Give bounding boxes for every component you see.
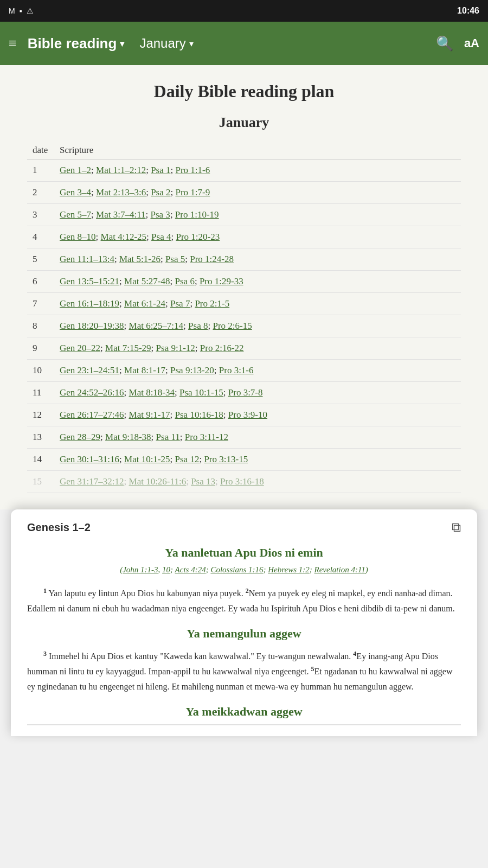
bible-reading-dropdown[interactable]: Bible reading ▾: [28, 35, 125, 52]
scripture-header: Scripture: [54, 142, 461, 159]
scripture-link[interactable]: Psa 4: [151, 232, 171, 242]
day-number: 6: [27, 271, 54, 293]
menu-icon[interactable]: ≡: [9, 35, 17, 52]
date-header: date: [27, 142, 54, 159]
scripture-link[interactable]: Mat 9:18-38: [105, 432, 151, 442]
scripture-link[interactable]: Pro 3:1-6: [219, 365, 254, 375]
scripture-link[interactable]: Pro 1:29-33: [200, 276, 243, 286]
ref-col[interactable]: Colossians 1:16: [210, 565, 263, 574]
scripture-link[interactable]: Psa 9:1-12: [156, 343, 195, 353]
scripture-link[interactable]: Mat 5:27-48: [124, 276, 170, 286]
mail-icon: M: [9, 7, 15, 15]
scripture-link[interactable]: Pro 1:10-19: [175, 209, 219, 220]
table-row: 13Gen 28–29; Mat 9:18-38; Psa 11; Pro 3:…: [27, 426, 461, 449]
day-number: 5: [27, 248, 54, 271]
scripture-link[interactable]: Gen 28–29: [60, 432, 100, 442]
scripture-link[interactable]: Pro 1:1-6: [176, 165, 210, 175]
external-link-icon[interactable]: ⧉: [452, 520, 461, 535]
scripture-link[interactable]: Gen 5–7: [60, 209, 91, 220]
day-number: 7: [27, 293, 54, 315]
scripture-link[interactable]: Psa 12: [175, 454, 200, 464]
table-row: 12Gen 26:17–27:46; Mat 9:1-17; Psa 10:16…: [27, 404, 461, 426]
scripture-link[interactable]: Psa 5: [165, 254, 185, 264]
scripture-link[interactable]: Pro 3:11-12: [185, 432, 228, 442]
scripture-link[interactable]: Mat 9:1-17: [129, 410, 170, 420]
scripture-link[interactable]: Mat 10:1-25: [124, 454, 170, 464]
scripture-link[interactable]: Gen 23:1–24:51: [60, 365, 119, 375]
scripture-link[interactable]: Gen 31:17–32:12: [60, 476, 124, 487]
scripture-link[interactable]: Psa 10:16-18: [175, 410, 223, 420]
title-dropdown-icon: ▾: [120, 39, 124, 49]
day-number: 1: [27, 159, 54, 182]
month-dropdown[interactable]: January ▾: [139, 36, 193, 51]
scripture-link[interactable]: Gen 20–22: [60, 343, 100, 353]
scripture-refs: Gen 18:20–19:38; Mat 6:25–7:14; Psa 8; P…: [54, 315, 461, 337]
day-number: 13: [27, 426, 54, 449]
scripture-link[interactable]: Mat 2:13–3:6: [96, 187, 146, 197]
scripture-refs: Gen 23:1–24:51; Mat 8:1-17; Psa 9:13-20;…: [54, 360, 461, 382]
ref-heb[interactable]: Hebrews 1:2: [268, 565, 310, 574]
scripture-link[interactable]: Gen 26:17–27:46: [60, 410, 124, 420]
month-label: January: [139, 36, 185, 51]
verse1-2-text: 1 Yan laputu ey lintun Apu Dios hu kabun…: [27, 585, 461, 616]
scripture-link[interactable]: Psa 2: [151, 187, 170, 197]
scripture-link[interactable]: Mat 7:15-29: [105, 343, 151, 353]
scripture-link[interactable]: Pro 1:20-23: [176, 232, 220, 242]
section2-title: Ya nemangulun aggew: [27, 627, 461, 641]
scripture-link[interactable]: Psa 11: [156, 432, 180, 442]
scripture-link[interactable]: Pro 3:9-10: [228, 410, 267, 420]
verse3-5-text: 3 Immehel hi Apu Dios et kantuy "Kaweda …: [27, 648, 461, 694]
scripture-refs: Gen 30:1–31:16; Mat 10:1-25; Psa 12; Pro…: [54, 449, 461, 471]
scripture-link[interactable]: Mat 8:1-17: [124, 365, 165, 375]
scripture-link[interactable]: Gen 18:20–19:38: [60, 321, 124, 331]
scripture-link[interactable]: Psa 3: [151, 209, 170, 220]
scripture-link[interactable]: Pro 1:24-28: [190, 254, 234, 264]
scripture-link[interactable]: Mat 10:26-11:6: [129, 476, 187, 487]
scripture-link[interactable]: Mat 1:1–2:12: [96, 165, 146, 175]
scripture-link[interactable]: Psa 7: [170, 298, 190, 309]
search-icon[interactable]: 🔍: [436, 35, 453, 52]
scripture-link[interactable]: Psa 6: [175, 276, 195, 286]
ref-acts[interactable]: Acts 4:24: [175, 565, 206, 574]
status-time: 10:46: [457, 6, 479, 16]
table-row: 6Gen 13:5–15:21; Mat 5:27-48; Psa 6; Pro…: [27, 271, 461, 293]
scripture-link[interactable]: Gen 3–4: [60, 187, 91, 197]
scripture-link[interactable]: Gen 13:5–15:21: [60, 276, 119, 286]
day-number: 3: [27, 204, 54, 226]
app-bar: ≡ Bible reading ▾ January ▾ 🔍 aA: [0, 22, 488, 65]
scripture-link[interactable]: Pro 3:16-18: [220, 476, 264, 487]
scripture-link[interactable]: Gen 8–10: [60, 232, 96, 242]
scripture-link[interactable]: Pro 3:13-15: [204, 454, 248, 464]
scripture-link[interactable]: Gen 24:52–26:16: [60, 387, 124, 398]
scripture-link[interactable]: Psa 13: [191, 476, 215, 487]
scripture-link[interactable]: Gen 11:1–13:4: [60, 254, 114, 264]
scripture-link[interactable]: Pro 2:16-22: [200, 343, 244, 353]
scripture-link[interactable]: Pro 2:1-5: [195, 298, 229, 309]
font-size-icon[interactable]: aA: [464, 36, 479, 50]
ref-rev[interactable]: Revelation 4:11: [314, 565, 365, 574]
scripture-link[interactable]: Psa 9:13-20: [170, 365, 214, 375]
scripture-link[interactable]: Mat 5:1-26: [119, 254, 160, 264]
scripture-link[interactable]: Psa 10:1-15: [179, 387, 223, 398]
main-content: Daily Bible reading plan January date Sc…: [0, 65, 488, 509]
scripture-link[interactable]: Mat 6:1-24: [124, 298, 165, 309]
ref-john[interactable]: John 1:1-3: [123, 565, 158, 574]
month-dropdown-icon: ▾: [189, 39, 194, 49]
image-icon: ▪: [20, 7, 22, 15]
scripture-link[interactable]: Mat 6:25–7:14: [129, 321, 184, 331]
popup-panel: Genesis 1–2 ⧉ Ya nanletuan Apu Dios ni e…: [11, 509, 477, 736]
scripture-refs: Gen 11:1–13:4; Mat 5:1-26; Psa 5; Pro 1:…: [54, 248, 461, 271]
scripture-link[interactable]: Psa 1: [151, 165, 170, 175]
scripture-link[interactable]: Mat 3:7–4:11: [96, 209, 145, 220]
scripture-link[interactable]: Gen 1–2: [60, 165, 91, 175]
ref-john10[interactable]: 10: [162, 565, 170, 574]
scripture-link[interactable]: Pro 1:7-9: [176, 187, 210, 197]
day-number: 2: [27, 182, 54, 204]
scripture-link[interactable]: Psa 8: [188, 321, 208, 331]
scripture-link[interactable]: Gen 30:1–31:16: [60, 454, 119, 464]
scripture-link[interactable]: Gen 16:1–18:19: [60, 298, 119, 309]
scripture-link[interactable]: Mat 8:18-34: [129, 387, 175, 398]
scripture-link[interactable]: Pro 3:7-8: [228, 387, 263, 398]
scripture-link[interactable]: Pro 2:6-15: [213, 321, 252, 331]
scripture-link[interactable]: Mat 4:12-25: [101, 232, 147, 242]
